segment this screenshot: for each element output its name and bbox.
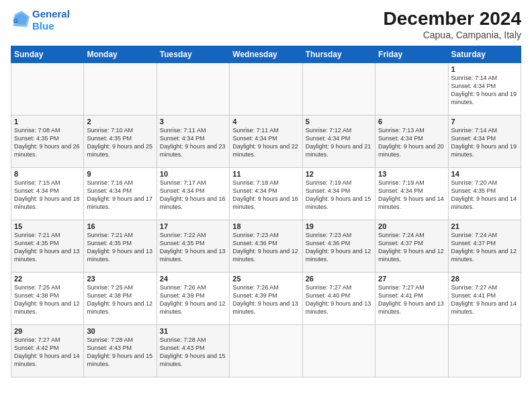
logo: G General Blue xyxy=(11,8,70,32)
calendar-cell: 12Sunrise: 7:19 AMSunset: 4:34 PMDayligh… xyxy=(302,168,375,220)
day-number: 12 xyxy=(306,170,372,178)
calendar-week-4: 22Sunrise: 7:25 AMSunset: 4:38 PMDayligh… xyxy=(11,273,521,325)
cell-info: Sunrise: 7:27 AMSunset: 4:40 PMDaylight:… xyxy=(306,283,372,316)
day-number: 23 xyxy=(87,275,153,283)
calendar-cell: 23Sunrise: 7:25 AMSunset: 4:38 PMDayligh… xyxy=(84,273,157,325)
day-number: 9 xyxy=(87,170,153,178)
logo-text: General Blue xyxy=(32,8,70,32)
cell-info: Sunrise: 7:11 AMSunset: 4:34 PMDaylight:… xyxy=(232,126,299,159)
day-number: 15 xyxy=(14,222,81,230)
column-header-tuesday: Tuesday xyxy=(157,46,229,63)
calendar-cell xyxy=(11,63,84,116)
day-number: 7 xyxy=(451,118,518,126)
calendar-cell: 1Sunrise: 7:14 AMSunset: 4:34 PMDaylight… xyxy=(448,63,521,116)
calendar-cell: 7Sunrise: 7:14 AMSunset: 4:34 PMDaylight… xyxy=(448,116,521,168)
calendar-cell xyxy=(157,63,229,116)
calendar-cell: 5Sunrise: 7:12 AMSunset: 4:34 PMDaylight… xyxy=(302,116,375,168)
calendar-cell: 15Sunrise: 7:21 AMSunset: 4:35 PMDayligh… xyxy=(11,220,84,273)
calendar-cell xyxy=(230,325,302,377)
cell-info: Sunrise: 7:15 AMSunset: 4:34 PMDaylight:… xyxy=(14,179,81,212)
calendar-cell: 18Sunrise: 7:23 AMSunset: 4:36 PMDayligh… xyxy=(230,220,302,273)
day-number: 22 xyxy=(14,275,81,283)
day-number: 14 xyxy=(451,170,518,178)
day-number: 21 xyxy=(451,222,518,230)
calendar-week-0: 1Sunrise: 7:14 AMSunset: 4:34 PMDaylight… xyxy=(11,63,521,116)
day-number: 1 xyxy=(14,118,81,126)
day-number: 3 xyxy=(160,118,226,126)
day-number: 18 xyxy=(232,222,299,230)
cell-info: Sunrise: 7:11 AMSunset: 4:34 PMDaylight:… xyxy=(160,126,226,159)
calendar-cell: 8Sunrise: 7:15 AMSunset: 4:34 PMDaylight… xyxy=(11,168,84,220)
calendar-cell: 20Sunrise: 7:24 AMSunset: 4:37 PMDayligh… xyxy=(375,220,448,273)
calendar-cell xyxy=(375,325,448,377)
location: Capua, Campania, Italy xyxy=(384,30,521,40)
cell-info: Sunrise: 7:25 AMSunset: 4:38 PMDaylight:… xyxy=(14,283,81,316)
cell-info: Sunrise: 7:28 AMSunset: 4:43 PMDaylight:… xyxy=(160,336,226,369)
calendar-cell: 13Sunrise: 7:19 AMSunset: 4:34 PMDayligh… xyxy=(375,168,448,220)
cell-info: Sunrise: 7:13 AMSunset: 4:34 PMDaylight:… xyxy=(378,126,445,159)
cell-info: Sunrise: 7:21 AMSunset: 4:35 PMDaylight:… xyxy=(87,231,153,264)
month-title: December 2024 xyxy=(384,8,521,30)
calendar-cell: 21Sunrise: 7:24 AMSunset: 4:37 PMDayligh… xyxy=(448,220,521,273)
day-number: 16 xyxy=(87,222,153,230)
day-number: 17 xyxy=(160,222,226,230)
calendar-cell: 3Sunrise: 7:11 AMSunset: 4:34 PMDaylight… xyxy=(157,116,229,168)
calendar-container: G General Blue December 2024 Capua, Camp… xyxy=(0,0,532,383)
cell-info: Sunrise: 7:27 AMSunset: 4:41 PMDaylight:… xyxy=(451,283,518,316)
column-header-wednesday: Wednesday xyxy=(230,46,302,63)
cell-info: Sunrise: 7:24 AMSunset: 4:37 PMDaylight:… xyxy=(378,231,445,264)
logo-icon: G xyxy=(11,11,30,30)
cell-info: Sunrise: 7:23 AMSunset: 4:36 PMDaylight:… xyxy=(306,231,372,264)
calendar-week-2: 8Sunrise: 7:15 AMSunset: 4:34 PMDaylight… xyxy=(11,168,521,220)
day-number: 1 xyxy=(451,65,518,73)
calendar-cell: 9Sunrise: 7:16 AMSunset: 4:34 PMDaylight… xyxy=(84,168,157,220)
calendar-cell: 14Sunrise: 7:20 AMSunset: 4:35 PMDayligh… xyxy=(448,168,521,220)
calendar-cell: 4Sunrise: 7:11 AMSunset: 4:34 PMDaylight… xyxy=(230,116,302,168)
calendar-cell: 11Sunrise: 7:18 AMSunset: 4:34 PMDayligh… xyxy=(230,168,302,220)
column-header-thursday: Thursday xyxy=(302,46,375,63)
day-number: 27 xyxy=(378,275,445,283)
column-header-saturday: Saturday xyxy=(448,46,521,63)
svg-text:G: G xyxy=(13,17,18,24)
calendar-cell: 2Sunrise: 7:10 AMSunset: 4:35 PMDaylight… xyxy=(84,116,157,168)
cell-info: Sunrise: 7:10 AMSunset: 4:35 PMDaylight:… xyxy=(87,126,153,159)
calendar-header-row: SundayMondayTuesdayWednesdayThursdayFrid… xyxy=(11,46,521,63)
calendar-cell xyxy=(302,325,375,377)
day-number: 20 xyxy=(378,222,445,230)
calendar-cell: 6Sunrise: 7:13 AMSunset: 4:34 PMDaylight… xyxy=(375,116,448,168)
calendar-cell: 17Sunrise: 7:22 AMSunset: 4:35 PMDayligh… xyxy=(157,220,229,273)
cell-info: Sunrise: 7:24 AMSunset: 4:37 PMDaylight:… xyxy=(451,231,518,264)
cell-info: Sunrise: 7:23 AMSunset: 4:36 PMDaylight:… xyxy=(232,231,299,264)
cell-info: Sunrise: 7:27 AMSunset: 4:41 PMDaylight:… xyxy=(378,283,445,316)
cell-info: Sunrise: 7:19 AMSunset: 4:34 PMDaylight:… xyxy=(378,179,445,212)
day-number: 5 xyxy=(306,118,372,126)
calendar-cell: 24Sunrise: 7:26 AMSunset: 4:39 PMDayligh… xyxy=(157,273,229,325)
cell-info: Sunrise: 7:12 AMSunset: 4:34 PMDaylight:… xyxy=(306,126,372,159)
day-number: 26 xyxy=(306,275,372,283)
day-number: 30 xyxy=(87,327,153,335)
header-row: G General Blue December 2024 Capua, Camp… xyxy=(11,8,521,40)
cell-info: Sunrise: 7:22 AMSunset: 4:35 PMDaylight:… xyxy=(160,231,226,264)
calendar-cell: 30Sunrise: 7:28 AMSunset: 4:43 PMDayligh… xyxy=(84,325,157,377)
calendar-cell: 16Sunrise: 7:21 AMSunset: 4:35 PMDayligh… xyxy=(84,220,157,273)
calendar-cell: 27Sunrise: 7:27 AMSunset: 4:41 PMDayligh… xyxy=(375,273,448,325)
day-number: 4 xyxy=(232,118,299,126)
calendar-week-3: 15Sunrise: 7:21 AMSunset: 4:35 PMDayligh… xyxy=(11,220,521,273)
day-number: 24 xyxy=(160,275,226,283)
day-number: 19 xyxy=(306,222,372,230)
day-number: 13 xyxy=(378,170,445,178)
column-header-monday: Monday xyxy=(84,46,157,63)
cell-info: Sunrise: 7:26 AMSunset: 4:39 PMDaylight:… xyxy=(160,283,226,316)
calendar-cell: 29Sunrise: 7:27 AMSunset: 4:42 PMDayligh… xyxy=(11,325,84,377)
calendar-table: SundayMondayTuesdayWednesdayThursdayFrid… xyxy=(11,46,521,377)
cell-info: Sunrise: 7:16 AMSunset: 4:34 PMDaylight:… xyxy=(87,179,153,212)
calendar-cell xyxy=(84,63,157,116)
cell-info: Sunrise: 7:28 AMSunset: 4:43 PMDaylight:… xyxy=(87,336,153,369)
title-block: December 2024 Capua, Campania, Italy xyxy=(384,8,521,40)
calendar-cell: 31Sunrise: 7:28 AMSunset: 4:43 PMDayligh… xyxy=(157,325,229,377)
day-number: 29 xyxy=(14,327,81,335)
day-number: 31 xyxy=(160,327,226,335)
cell-info: Sunrise: 7:25 AMSunset: 4:38 PMDaylight:… xyxy=(87,283,153,316)
calendar-cell xyxy=(302,63,375,116)
calendar-cell xyxy=(375,63,448,116)
